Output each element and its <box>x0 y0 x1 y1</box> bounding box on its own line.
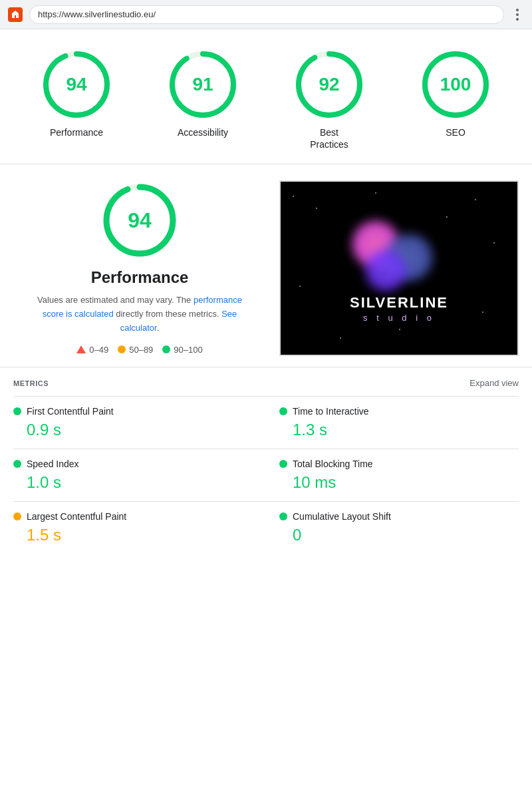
legend-fail-icon <box>76 345 86 353</box>
legend-pass-dot <box>162 345 170 353</box>
star-9 <box>340 337 341 339</box>
star-8 <box>399 329 400 330</box>
legend-fail: 0–49 <box>76 345 108 355</box>
detail-circle: 94 <box>100 180 180 260</box>
star-2 <box>316 208 317 209</box>
star-10 <box>475 199 476 200</box>
legend-row: 0–49 50–89 90–100 <box>76 345 202 355</box>
detail-score-value: 94 <box>128 208 152 233</box>
logo-title: SILVERLINE <box>350 294 448 311</box>
metric-name-tbt: Total Blocking Time <box>293 459 373 469</box>
screenshot-preview-container: SILVERLINE s t u d i o <box>279 180 519 356</box>
metric-name-row-lcp: Largest Contentful Paint <box>13 511 253 522</box>
metric-dot-cls <box>279 512 287 520</box>
star-5 <box>493 242 495 244</box>
metrics-title: METRICS <box>13 379 49 387</box>
metrics-header: METRICS Expand view <box>13 378 519 388</box>
metric-value-tbt: 10 ms <box>279 473 519 492</box>
metric-name-cls: Cumulative Layout Shift <box>293 511 391 522</box>
detail-title: Performance <box>91 268 189 287</box>
metric-value-fcp: 0.9 s <box>13 421 253 439</box>
star-3 <box>375 192 376 194</box>
metric-item-fcp: First Contentful Paint 0.9 s <box>13 396 266 449</box>
detail-description: Values are estimated and may vary. The p… <box>27 294 253 335</box>
metric-name-row-cls: Cumulative Layout Shift <box>279 511 519 522</box>
metric-item-tti: Time to Interactive 1.3 s <box>266 396 519 449</box>
scores-row: 94 Performance 91 Accessibility <box>13 48 519 150</box>
metrics-grid: First Contentful Paint 0.9 s Time to Int… <box>13 396 519 554</box>
metric-name-si: Speed Index <box>27 459 79 469</box>
metric-name-lcp: Largest Contentful Paint <box>27 511 126 522</box>
score-item-seo[interactable]: 100 SEO <box>419 48 492 138</box>
logo-blobs <box>346 214 452 294</box>
metric-dot-lcp <box>13 512 21 520</box>
score-value-performance: 94 <box>66 74 86 95</box>
score-value-accessibility: 91 <box>192 74 213 95</box>
expand-view-button[interactable]: Expand view <box>469 378 519 388</box>
score-label-performance: Performance <box>50 126 103 138</box>
score-circle-seo: 100 <box>419 48 492 121</box>
metric-item-si: Speed Index 1.0 s <box>13 449 266 501</box>
metric-value-si: 1.0 s <box>13 473 253 492</box>
screenshot-preview: SILVERLINE s t u d i o <box>281 182 517 355</box>
score-label-best-practices: BestPractices <box>310 126 348 150</box>
browser-favicon <box>8 7 23 22</box>
star-1 <box>293 196 294 197</box>
metrics-section: METRICS Expand view First Contentful Pai… <box>0 367 532 554</box>
legend-average: 50–89 <box>118 345 153 355</box>
scores-section: 94 Performance 91 Accessibility <box>0 29 532 164</box>
desc-text-before: Values are estimated and may vary. The <box>37 295 194 305</box>
metric-item-lcp: Largest Contentful Paint 1.5 s <box>13 501 266 554</box>
detail-left: 94 Performance Values are estimated and … <box>13 180 266 354</box>
score-circle-accessibility: 91 <box>166 48 239 121</box>
score-value-best-practices: 92 <box>319 74 339 95</box>
score-value-seo: 100 <box>440 74 471 95</box>
browser-menu-button[interactable] <box>511 9 524 21</box>
metric-dot-tti <box>279 407 287 415</box>
detail-section: 94 Performance Values are estimated and … <box>0 164 532 367</box>
url-text: https://www.silverlinestudio.eu/ <box>38 9 156 19</box>
score-item-accessibility[interactable]: 91 Accessibility <box>166 48 239 138</box>
metric-name-fcp: First Contentful Paint <box>27 406 114 417</box>
legend-average-dot <box>118 345 126 353</box>
legend-pass: 90–100 <box>162 345 202 355</box>
score-label-seo: SEO <box>446 126 466 138</box>
blob-purple <box>366 251 406 291</box>
metric-item-tbt: Total Blocking Time 10 ms <box>266 449 519 501</box>
legend-average-range: 50–89 <box>129 345 153 355</box>
metric-name-tti: Time to Interactive <box>293 406 369 417</box>
desc-text-middle: directly from these metrics. <box>114 309 222 319</box>
logo-subtitle: s t u d i o <box>350 313 448 323</box>
score-label-accessibility: Accessibility <box>178 126 228 138</box>
url-bar[interactable]: https://www.silverlinestudio.eu/ <box>29 5 504 24</box>
metric-value-lcp: 1.5 s <box>13 526 253 544</box>
metric-item-cls: Cumulative Layout Shift 0 <box>266 501 519 554</box>
metric-dot-fcp <box>13 407 21 415</box>
metric-dot-tbt <box>279 460 287 468</box>
legend-fail-range: 0–49 <box>89 345 108 355</box>
score-circle-performance: 94 <box>40 48 113 121</box>
metric-value-tti: 1.3 s <box>279 421 519 439</box>
metric-name-row-fcp: First Contentful Paint <box>13 406 253 417</box>
score-item-best-practices[interactable]: 92 BestPractices <box>293 48 366 150</box>
score-item-performance[interactable]: 94 Performance <box>40 48 113 138</box>
star-6 <box>299 286 301 287</box>
metric-name-row-tti: Time to Interactive <box>279 406 519 417</box>
metric-value-cls: 0 <box>279 526 519 544</box>
metric-dot-si <box>13 460 21 468</box>
browser-bar: https://www.silverlinestudio.eu/ <box>0 0 532 29</box>
score-circle-best-practices: 92 <box>293 48 366 121</box>
metric-name-row-si: Speed Index <box>13 459 253 469</box>
metric-name-row-tbt: Total Blocking Time <box>279 459 519 469</box>
star-7 <box>482 311 483 313</box>
legend-pass-range: 90–100 <box>174 345 202 355</box>
logo-text-group: SILVERLINE s t u d i o <box>350 294 448 323</box>
